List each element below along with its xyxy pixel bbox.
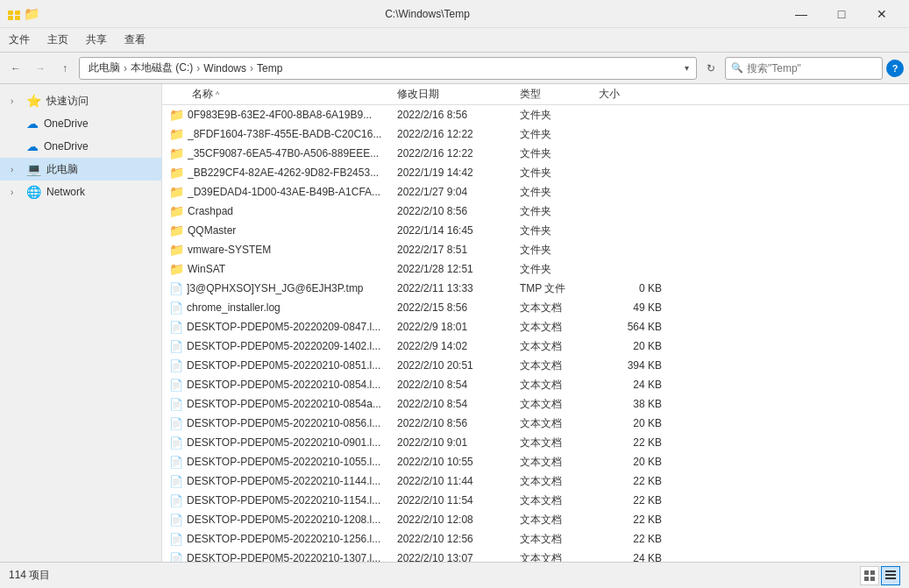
file-name: 📄 chrome_installer.log bbox=[169, 301, 397, 315]
col-header-name[interactable]: 名称 ^ bbox=[169, 87, 397, 102]
forward-button[interactable]: → bbox=[30, 58, 51, 79]
file-type: 文本文档 bbox=[520, 320, 599, 335]
menu-home[interactable]: 主页 bbox=[39, 28, 77, 52]
file-icon: 📄 bbox=[169, 533, 183, 546]
menu-share[interactable]: 共享 bbox=[77, 28, 116, 52]
table-row[interactable]: 📄 DESKTOP-PDEP0M5-20220210-0854a... 2022… bbox=[162, 394, 909, 414]
help-button[interactable]: ? bbox=[886, 60, 904, 77]
file-size: 20 KB bbox=[599, 456, 669, 468]
window-title: C:\Windows\Temp bbox=[39, 8, 781, 20]
table-row[interactable]: 📁 _BB229CF4-82AE-4262-9D82-FB2453... 202… bbox=[162, 163, 909, 182]
table-row[interactable]: 📄 chrome_installer.log 2022/2/15 8:56 文本… bbox=[162, 298, 909, 317]
col-header-size[interactable]: 大小 bbox=[599, 87, 669, 102]
address-dropdown[interactable]: ▾ bbox=[685, 63, 689, 73]
list-view-button[interactable] bbox=[860, 566, 879, 585]
col-header-date[interactable]: 修改日期 bbox=[397, 87, 520, 102]
file-name: 📁 _8FDF1604-738F-455E-BADB-C20C16... bbox=[169, 127, 397, 141]
column-headers: 名称 ^ 修改日期 类型 大小 bbox=[162, 84, 909, 105]
sidebar-label-onedrive2: OneDrive bbox=[44, 140, 89, 152]
file-date: 2022/2/16 8:56 bbox=[397, 109, 520, 121]
sidebar: › ⭐ 快速访问 ☁ OneDrive ☁ OneDrive › 💻 此电脑 ›… bbox=[0, 84, 162, 562]
refresh-button[interactable]: ↻ bbox=[700, 58, 721, 79]
table-row[interactable]: 📁 _D39EDAD4-1D00-43AE-B49B-A1CFA... 2022… bbox=[162, 182, 909, 202]
address-path[interactable]: 此电脑 › 本地磁盘 (C:) › Windows › Temp ▾ bbox=[79, 57, 697, 80]
folder-icon: 📁 bbox=[169, 127, 184, 141]
table-row[interactable]: 📄 DESKTOP-PDEP0M5-20220210-1055.l... 202… bbox=[162, 452, 909, 471]
folder-icon: 📁 bbox=[169, 108, 184, 122]
maximize-button[interactable]: □ bbox=[821, 0, 862, 28]
search-box[interactable]: 🔍 bbox=[725, 57, 883, 80]
details-view-button[interactable] bbox=[881, 566, 900, 585]
table-row[interactable]: 📄 ]3@QPHXSO]YSH_JG@6EJH3P.tmp 2022/2/11 … bbox=[162, 279, 909, 298]
up-button[interactable]: ↑ bbox=[54, 58, 75, 79]
file-name-text: Crashpad bbox=[188, 205, 233, 217]
search-icon: 🔍 bbox=[731, 62, 743, 74]
file-date: 2022/2/10 13:07 bbox=[397, 552, 520, 562]
breadcrumb-pc[interactable]: 此电脑 bbox=[87, 60, 122, 75]
file-date: 2022/2/10 8:54 bbox=[397, 379, 520, 391]
table-row[interactable]: 📁 _35CF9087-6EA5-47B0-A506-889EEE... 202… bbox=[162, 144, 909, 163]
table-row[interactable]: 📁 0F983E9B-63E2-4F00-8BA8-6A19B9... 2022… bbox=[162, 105, 909, 124]
table-row[interactable]: 📄 DESKTOP-PDEP0M5-20220210-0851.l... 202… bbox=[162, 356, 909, 375]
menu-view[interactable]: 查看 bbox=[116, 28, 154, 52]
table-row[interactable]: 📄 DESKTOP-PDEP0M5-20220209-1402.l... 202… bbox=[162, 337, 909, 356]
file-size: 22 KB bbox=[599, 475, 669, 487]
svg-rect-1 bbox=[15, 11, 20, 15]
table-row[interactable]: 📄 DESKTOP-PDEP0M5-20220210-0901.l... 202… bbox=[162, 433, 909, 452]
file-type: 文本文档 bbox=[520, 532, 599, 547]
table-row[interactable]: 📁 WinSAT 2022/1/28 12:51 文件夹 bbox=[162, 259, 909, 279]
table-row[interactable]: 📁 _8FDF1604-738F-455E-BADB-C20C16... 202… bbox=[162, 124, 909, 144]
file-type: TMP 文件 bbox=[520, 281, 599, 296]
table-row[interactable]: 📁 Crashpad 2022/2/10 8:56 文件夹 bbox=[162, 202, 909, 221]
file-date: 2022/2/16 12:22 bbox=[397, 128, 520, 140]
sidebar-item-onedrive1[interactable]: ☁ OneDrive bbox=[0, 112, 161, 135]
breadcrumb-temp[interactable]: Temp bbox=[255, 62, 284, 74]
file-name: 📁 Crashpad bbox=[169, 204, 397, 218]
close-button[interactable]: ✕ bbox=[862, 0, 902, 28]
sidebar-item-quick-access[interactable]: › ⭐ 快速访问 bbox=[0, 89, 161, 112]
main-layout: › ⭐ 快速访问 ☁ OneDrive ☁ OneDrive › 💻 此电脑 ›… bbox=[0, 84, 909, 562]
folder-icon: 📁 bbox=[169, 243, 184, 257]
file-date: 2022/2/10 20:51 bbox=[397, 359, 520, 372]
svg-rect-4 bbox=[864, 570, 869, 575]
expand-icon: › bbox=[11, 96, 21, 106]
this-pc-icon: 💻 bbox=[26, 162, 41, 176]
title-bar: 📁 C:\Windows\Temp — □ ✕ bbox=[0, 0, 909, 28]
file-name: 📄 DESKTOP-PDEP0M5-20220210-1256.l... bbox=[169, 533, 397, 546]
col-header-type[interactable]: 类型 bbox=[520, 87, 599, 102]
sidebar-item-network[interactable]: › 🌐 Network bbox=[0, 181, 161, 203]
table-row[interactable]: 📄 DESKTOP-PDEP0M5-20220210-1208.l... 202… bbox=[162, 510, 909, 529]
file-name: 📁 _BB229CF4-82AE-4262-9D82-FB2453... bbox=[169, 166, 397, 180]
table-row[interactable]: 📄 DESKTOP-PDEP0M5-20220210-0856.l... 202… bbox=[162, 414, 909, 433]
file-name-text: vmware-SYSTEM bbox=[188, 244, 271, 256]
table-row[interactable]: 📄 DESKTOP-PDEP0M5-20220210-1307.l... 202… bbox=[162, 549, 909, 562]
file-type: 文本文档 bbox=[520, 358, 599, 373]
table-row[interactable]: 📄 DESKTOP-PDEP0M5-20220210-0854.l... 202… bbox=[162, 375, 909, 394]
search-input[interactable] bbox=[747, 62, 878, 74]
back-button[interactable]: ← bbox=[5, 58, 26, 79]
file-name-text: DESKTOP-PDEP0M5-20220210-1307.l... bbox=[187, 552, 380, 562]
sidebar-item-onedrive2[interactable]: ☁ OneDrive bbox=[0, 135, 161, 158]
table-row[interactable]: 📄 DESKTOP-PDEP0M5-20220210-1144.l... 202… bbox=[162, 471, 909, 491]
file-type: 文件夹 bbox=[520, 223, 599, 238]
file-date: 2022/1/28 12:51 bbox=[397, 263, 520, 275]
sidebar-item-this-pc[interactable]: › 💻 此电脑 bbox=[0, 158, 161, 181]
menu-file[interactable]: 文件 bbox=[0, 28, 39, 52]
file-size: 49 KB bbox=[599, 301, 669, 314]
file-icon: 📄 bbox=[169, 475, 183, 488]
svg-rect-3 bbox=[15, 16, 20, 20]
table-row[interactable]: 📁 vmware-SYSTEM 2022/2/17 8:51 文件夹 bbox=[162, 240, 909, 259]
file-date: 2022/2/16 12:22 bbox=[397, 147, 520, 159]
breadcrumb-drive[interactable]: 本地磁盘 (C:) bbox=[129, 60, 195, 75]
file-name-text: DESKTOP-PDEP0M5-20220209-1402.l... bbox=[187, 340, 380, 352]
table-row[interactable]: 📄 DESKTOP-PDEP0M5-20220210-1154.l... 202… bbox=[162, 491, 909, 510]
file-size: 394 KB bbox=[599, 359, 669, 372]
svg-rect-10 bbox=[885, 577, 896, 579]
file-area: 名称 ^ 修改日期 类型 大小 📁 0F983E9B-63E2-4F00-8BA… bbox=[162, 84, 909, 562]
breadcrumb-windows[interactable]: Windows bbox=[202, 62, 248, 74]
table-row[interactable]: 📄 DESKTOP-PDEP0M5-20220209-0847.l... 202… bbox=[162, 317, 909, 337]
file-name: 📄 DESKTOP-PDEP0M5-20220210-0851.l... bbox=[169, 359, 397, 372]
minimize-button[interactable]: — bbox=[781, 0, 821, 28]
table-row[interactable]: 📁 QQMaster 2022/1/14 16:45 文件夹 bbox=[162, 221, 909, 240]
table-row[interactable]: 📄 DESKTOP-PDEP0M5-20220210-1256.l... 202… bbox=[162, 529, 909, 549]
